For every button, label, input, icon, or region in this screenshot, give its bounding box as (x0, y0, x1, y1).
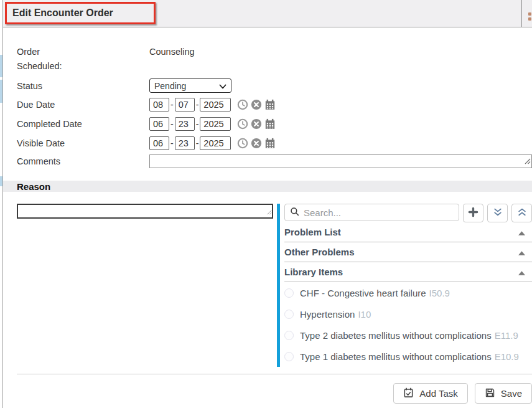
clear-date-icon[interactable] (250, 118, 262, 130)
accordion-header-problem-list[interactable]: Problem List (284, 222, 532, 242)
caret-up-icon (518, 227, 525, 238)
double-chevron-down-icon (493, 207, 503, 219)
completed-date-day-input[interactable] (175, 117, 195, 131)
order-value: Counseling (149, 45, 195, 59)
icd-code: E11.9 (495, 330, 518, 341)
completed-date-year-input[interactable] (200, 117, 231, 131)
reason-selected-input[interactable] (17, 204, 273, 219)
search-icon (290, 207, 299, 219)
radio-circle[interactable] (284, 310, 294, 319)
calendar-check-icon (403, 387, 414, 400)
visible-date-year-input[interactable] (200, 136, 231, 150)
visible-date-day-input[interactable] (175, 136, 195, 150)
accordion-header-library-items[interactable]: Library Items (284, 262, 532, 282)
calendar-icon[interactable] (264, 118, 276, 130)
collapse-all-button[interactable] (511, 204, 532, 222)
due-date-row: Due Date - - (17, 95, 532, 114)
save-button[interactable]: Save (475, 383, 532, 404)
comments-label: Comments (17, 156, 149, 166)
search-input[interactable] (304, 207, 454, 218)
header-divider (521, 0, 522, 27)
resize-grip-icon[interactable] (524, 156, 531, 167)
date-separator: - (170, 138, 174, 148)
plus-icon (468, 207, 478, 219)
double-chevron-up-icon (517, 207, 527, 219)
calendar-icon[interactable] (264, 137, 276, 149)
add-task-button[interactable]: Add Task (393, 383, 467, 404)
due-date-label: Due Date (17, 100, 149, 110)
clear-date-icon[interactable] (250, 98, 262, 110)
order-scheduled-label: Order Scheduled: (17, 45, 149, 74)
dialog-title: Edit Encounter Order (12, 7, 113, 19)
library-item[interactable]: Type 1 diabetes mellitus without complic… (284, 346, 532, 367)
comments-input[interactable] (149, 154, 532, 168)
search-box (284, 204, 459, 221)
date-separator: - (196, 100, 199, 110)
status-label: Status (17, 81, 149, 91)
date-separator: - (170, 119, 174, 129)
reason-section-title: Reason (17, 181, 50, 192)
library-item[interactable]: Type 2 diabetes mellitus without complic… (284, 325, 532, 346)
header-edge-icon[interactable] (528, 12, 532, 21)
calendar-icon[interactable] (264, 98, 276, 110)
completed-date-month-input[interactable] (149, 117, 169, 131)
icd-code: I50.9 (429, 288, 450, 298)
status-row: Status Pending (17, 77, 532, 95)
edit-encounter-order-dialog: Edit Encounter Order Order Scheduled: Co… (2, 0, 532, 408)
completed-date-label: Completed Date (17, 119, 149, 129)
icd-code: E10.9 (495, 351, 519, 362)
clock-icon[interactable] (236, 118, 248, 130)
reason-body: Problem List Other Problems Library Item… (3, 204, 532, 367)
accordion-header-other-problems[interactable]: Other Problems (284, 242, 532, 262)
clear-date-icon[interactable] (250, 137, 262, 149)
date-separator: - (196, 138, 199, 148)
order-form: Order Scheduled: Counseling Status Pendi… (3, 27, 532, 168)
problem-picker-panel: Problem List Other Problems Library Item… (280, 204, 532, 367)
order-scheduled-row: Order Scheduled: Counseling (17, 45, 532, 74)
visible-date-row: Visible Date - - (17, 133, 532, 153)
clock-icon[interactable] (236, 137, 248, 149)
chevron-down-icon (219, 81, 226, 91)
dialog-header: Edit Encounter Order (3, 0, 532, 27)
visible-date-month-input[interactable] (149, 136, 169, 150)
picker-toolbar (284, 204, 532, 222)
clock-icon[interactable] (236, 98, 248, 110)
footer-divider (17, 374, 532, 374)
date-separator: - (196, 119, 199, 129)
comments-row: Comments (17, 154, 532, 168)
caret-up-icon (518, 267, 525, 278)
due-date-day-input[interactable] (175, 98, 195, 111)
date-separator: - (170, 100, 174, 110)
caret-up-icon (518, 247, 525, 258)
add-problem-button[interactable] (463, 204, 483, 222)
due-date-month-input[interactable] (149, 98, 169, 111)
resize-grip-icon[interactable] (266, 206, 272, 217)
radio-circle[interactable] (284, 352, 294, 361)
radio-circle[interactable] (284, 331, 294, 340)
status-selected-value: Pending (154, 81, 186, 91)
library-item[interactable]: CHF - Congestive heart failure I50.9 (284, 282, 532, 303)
save-floppy-icon (485, 387, 495, 400)
completed-date-row: Completed Date - - (17, 114, 532, 133)
status-select[interactable]: Pending (149, 78, 231, 93)
visible-date-label: Visible Date (17, 138, 149, 148)
comments-field-wrap (149, 154, 532, 168)
expand-all-button[interactable] (487, 204, 508, 222)
icd-code: I10 (358, 309, 371, 320)
library-item[interactable]: Hypertension I10 (284, 303, 532, 325)
footer: Add Task Save (3, 383, 532, 404)
due-date-year-input[interactable] (200, 98, 231, 111)
reason-section-bar: Reason (3, 181, 532, 192)
reason-selected-wrap (17, 204, 273, 219)
radio-circle[interactable] (284, 288, 294, 298)
